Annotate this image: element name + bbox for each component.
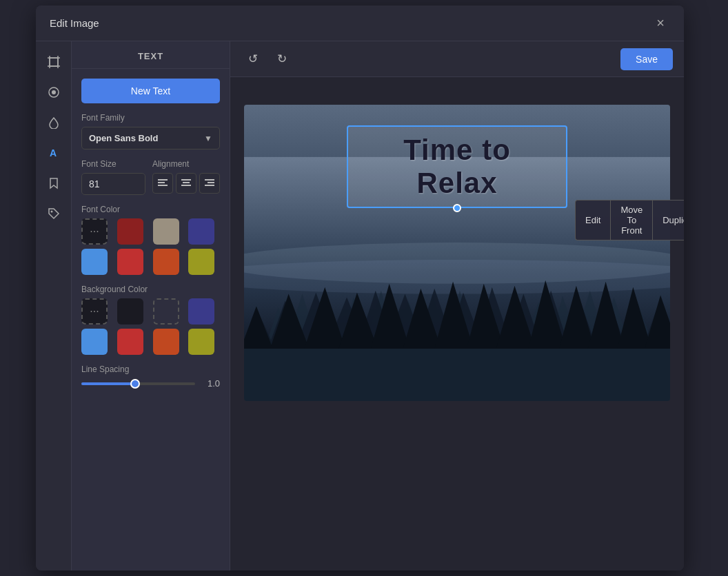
panel-content: New Text Font Family Open Sans Bold ▼ Fo… — [72, 69, 230, 398]
context-menu: Edit Move To Front Duplicate Delete — [575, 200, 684, 240]
text-panel: TEXT New Text Font Family Open Sans Bold… — [72, 41, 230, 570]
bg-color-more[interactable]: ··· — [81, 298, 108, 325]
bg-color-navy[interactable] — [188, 298, 214, 325]
font-family-value: Open Sans Bold — [89, 133, 158, 143]
font-size-alignment-row: Font Size Alignment — [81, 159, 220, 195]
bg-color-orange[interactable] — [153, 329, 179, 355]
forest-background: Time to Relax — [244, 105, 670, 401]
duplicate-context-button[interactable]: Duplicate — [652, 200, 684, 240]
resize-handle[interactable] — [453, 204, 461, 212]
font-size-section: Font Size — [81, 159, 145, 195]
svg-rect-10 — [158, 182, 165, 183]
line-spacing-label: Line Spacing — [81, 364, 220, 374]
font-color-tan[interactable] — [153, 218, 179, 245]
bg-color-red[interactable] — [117, 329, 143, 355]
align-right-button[interactable] — [199, 173, 220, 194]
canvas-area: Edit Move To Front Duplicate Delete — [230, 77, 684, 570]
image-canvas: Time to Relax — [244, 105, 670, 401]
drop-icon-btn[interactable] — [41, 110, 66, 135]
bg-color-grid: ··· — [81, 298, 220, 355]
line-spacing-thumb[interactable] — [130, 379, 140, 389]
icon-strip: A — [36, 41, 72, 570]
redo-button[interactable]: ↻ — [270, 48, 294, 71]
font-color-grid: ··· — [81, 218, 220, 275]
alignment-section: Alignment — [152, 159, 220, 194]
svg-rect-13 — [183, 182, 190, 183]
panel-header: TEXT — [72, 41, 230, 69]
modal-header: Edit Image × — [36, 6, 684, 41]
chevron-down-icon: ▼ — [204, 134, 212, 143]
align-left-button[interactable] — [152, 173, 173, 194]
crop-icon-btn[interactable] — [41, 50, 66, 74]
line-spacing-fill — [81, 382, 132, 385]
undo-button[interactable]: ↺ — [241, 48, 265, 71]
font-color-yellow[interactable] — [188, 249, 214, 275]
svg-rect-0 — [50, 58, 58, 66]
bg-color-black[interactable] — [117, 298, 143, 325]
edit-image-modal: Edit Image × — [36, 6, 684, 570]
bg-color-blue[interactable] — [81, 329, 108, 355]
line-spacing-track[interactable] — [81, 382, 195, 385]
edit-context-button[interactable]: Edit — [575, 200, 610, 240]
svg-rect-12 — [181, 179, 191, 181]
paint-icon-btn[interactable] — [41, 80, 66, 105]
svg-rect-14 — [181, 185, 191, 186]
svg-rect-11 — [158, 185, 168, 186]
line-spacing-value: 1.0 — [201, 378, 220, 389]
font-color-section: Font Color ··· — [81, 205, 220, 275]
overlay-text-content: Time to Relax — [362, 134, 552, 200]
alignment-buttons — [152, 173, 220, 194]
line-spacing-section: Line Spacing 1.0 — [81, 364, 220, 389]
font-family-select[interactable]: Open Sans Bold ▼ — [81, 127, 220, 150]
modal-title: Edit Image — [50, 17, 99, 29]
modal-body: A TEXT New Text — [36, 41, 684, 570]
save-button[interactable]: Save — [620, 48, 673, 70]
bg-color-transparent[interactable] — [153, 298, 179, 325]
font-color-darkred[interactable] — [117, 218, 143, 245]
font-size-label: Font Size — [81, 159, 145, 169]
bookmark-icon-btn[interactable] — [41, 171, 66, 196]
font-color-orange[interactable] — [153, 249, 179, 275]
tag-icon-btn[interactable] — [41, 201, 66, 226]
bg-color-section: Background Color ··· — [81, 285, 220, 355]
svg-text:A: A — [50, 147, 57, 158]
font-family-label: Font Family — [81, 113, 220, 123]
canvas-wrapper: ↺ ↻ Save Edit Move To Front Duplicate De… — [230, 41, 684, 570]
svg-rect-9 — [158, 179, 168, 181]
svg-point-6 — [52, 90, 56, 94]
bg-color-label: Background Color — [81, 285, 220, 294]
svg-point-8 — [50, 211, 52, 213]
align-center-button[interactable] — [176, 173, 196, 194]
close-button[interactable]: × — [651, 14, 670, 33]
new-text-button[interactable]: New Text — [81, 79, 220, 103]
font-color-more[interactable]: ··· — [81, 218, 108, 245]
font-color-label: Font Color — [81, 205, 220, 214]
font-size-input[interactable] — [81, 173, 145, 195]
font-family-section: Font Family Open Sans Bold ▼ — [81, 113, 220, 150]
svg-rect-16 — [208, 182, 214, 183]
text-icon-btn[interactable]: A — [41, 141, 66, 165]
font-color-navy[interactable] — [188, 218, 214, 245]
svg-rect-15 — [205, 179, 214, 181]
line-spacing-row: 1.0 — [81, 378, 220, 389]
toolbar-area: ↺ ↻ Save — [230, 41, 684, 77]
font-color-red[interactable] — [117, 249, 143, 275]
font-color-blue[interactable] — [81, 249, 108, 275]
bg-color-yellow[interactable] — [188, 329, 214, 355]
move-to-front-context-button[interactable]: Move To Front — [610, 200, 652, 240]
text-overlay[interactable]: Time to Relax — [347, 125, 567, 208]
svg-rect-17 — [205, 185, 214, 186]
alignment-label: Alignment — [152, 159, 220, 169]
